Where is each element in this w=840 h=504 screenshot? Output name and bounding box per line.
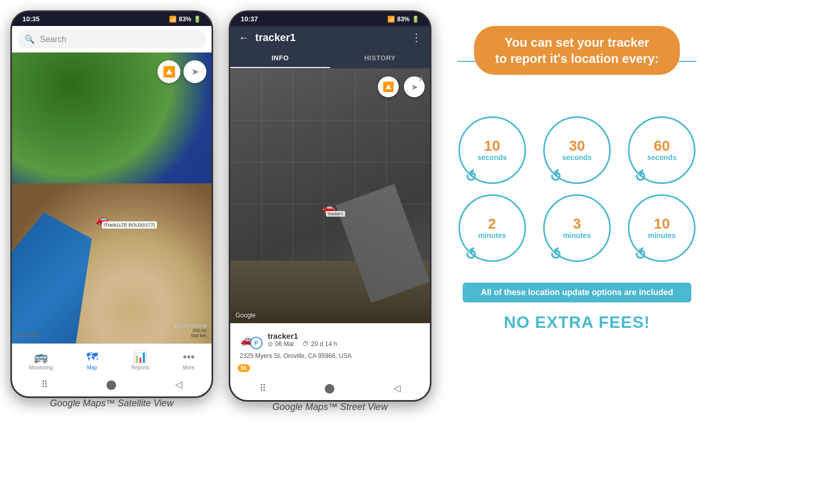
phone1-battery-icon: 🔋 <box>193 16 201 23</box>
nav-more[interactable]: ••• More <box>178 348 200 373</box>
gesture2-home[interactable]: ⬤ <box>324 382 335 394</box>
interval-3m-arrow: ↺ <box>546 244 566 265</box>
phone2-battery: 83% <box>397 16 410 23</box>
interval-circle-2m: 2 minutes ↺ <box>458 194 526 262</box>
nav-more-label: More <box>183 365 195 370</box>
interval-10m-unit: minutes <box>648 231 676 240</box>
phone2-tab-bar: INFO HISTORY <box>230 49 430 69</box>
gesture-home[interactable]: ⬤ <box>106 379 116 390</box>
tab-info[interactable]: INFO <box>230 49 330 68</box>
tracker-info-panel: 🚗 P tracker1 ⊙ 06 Mar ⏱ <box>230 323 430 378</box>
nav-map[interactable]: 🗺 Map <box>81 348 103 373</box>
interval-10m: 10 minutes ↺ <box>627 194 697 262</box>
interval-60s: 60 seconds ↺ <box>627 116 697 184</box>
phone1-mockup: 10:35 📶 83% 🔋 🔍 Search <box>10 10 213 398</box>
headline-text: You can set your trackerto report it's l… <box>495 35 659 65</box>
tracker-duration: 20 d 14 h <box>311 340 337 348</box>
phone2-battery-icon: 🔋 <box>412 16 419 23</box>
interval-10s: 10 seconds ↺ <box>457 116 527 184</box>
phone2-map[interactable]: 🚗 tracker1 🔼 ➤ Google ∧ <box>230 69 430 323</box>
nav-reports-label: Reports <box>131 365 149 370</box>
map-scale: 200 mi 500 km <box>175 325 206 338</box>
search-icon: 🔍 <box>24 34 35 44</box>
map-compass[interactable]: 🔼 <box>158 60 180 83</box>
gesture2-back[interactable]: ◁ <box>393 382 401 394</box>
tracker2-label: tracker1 <box>326 211 345 217</box>
interval-2m: 2 minutes ↺ <box>457 194 527 262</box>
interval-10s-number: 10 <box>484 139 500 153</box>
monitoring-icon: 🚌 <box>34 350 48 364</box>
interval-30s-number: 30 <box>569 139 585 153</box>
phone1-search-area: 🔍 Search <box>12 26 212 52</box>
phone2-top-bar: ← tracker1 ⋮ <box>230 26 430 49</box>
main-layout: 10:35 📶 83% 🔋 🔍 Search <box>10 10 707 413</box>
interval-circle-10s: 10 seconds ↺ <box>458 116 526 184</box>
tracker-title: tracker1 <box>255 32 405 44</box>
phone2-gesture-bar: ⠿ ⬤ ◁ <box>230 378 430 400</box>
page-container: 10:35 📶 83% 🔋 🔍 Search <box>10 10 707 413</box>
nav-monitoring-label: Monitoring <box>29 365 53 370</box>
phone1-status-bar: 10:35 📶 83% 🔋 <box>12 12 212 26</box>
clock-icon: ⊙ <box>268 340 273 348</box>
search-input[interactable]: Search <box>40 35 199 44</box>
map-direction[interactable]: ➤ <box>183 60 206 83</box>
tab-history[interactable]: HISTORY <box>330 49 430 68</box>
phone1-search-bar[interactable]: 🔍 Search <box>17 30 206 48</box>
phone1-status-right: 📶 83% 🔋 <box>169 16 201 23</box>
phone1-signal-icon: 📶 <box>169 16 177 23</box>
map-compass2[interactable]: 🔼 <box>378 76 399 97</box>
scroll-indicator[interactable]: ∧ <box>418 74 425 84</box>
interval-30s-arrow: ↺ <box>546 166 566 187</box>
more-button[interactable]: ⋮ <box>411 31 422 44</box>
tracker-info-text: tracker1 ⊙ 06 Mar ⏱ 20 d 14 h <box>268 331 337 348</box>
map-icon: 🗺 <box>86 350 98 364</box>
interval-headline: You can set your trackerto report it's l… <box>474 26 679 75</box>
phone2-wrapper: 10:37 📶 83% 🔋 ← tracker1 ⋮ INFO HI <box>229 10 431 413</box>
interval-circle-60s: 60 seconds ↺ <box>628 116 695 184</box>
tracker-time-badge: 5h <box>238 364 250 372</box>
tracker-date: 06 Mar <box>275 340 294 348</box>
tracker-info-header: 🚗 P tracker1 ⊙ 06 Mar ⏱ <box>238 329 423 349</box>
gesture-recent[interactable]: ⠿ <box>41 379 48 390</box>
headline-wrapper: You can set your trackerto report it's l… <box>457 26 697 96</box>
interval-2m-arrow: ↺ <box>462 244 481 265</box>
phone1-google-logo: Google <box>17 330 39 338</box>
interval-60s-unit: seconds <box>647 153 677 162</box>
interval-circle-3m: 3 minutes ↺ <box>543 194 611 262</box>
interval-3m-number: 3 <box>573 217 581 231</box>
no-fees-banner: All of these location update options are… <box>463 283 691 302</box>
timer-icon: ⏱ <box>303 340 309 348</box>
phone2-status-bar: 10:37 📶 83% 🔋 <box>230 12 430 26</box>
phone1-map[interactable]: 🔼 ➤ 🚗 iTrack1LTE BOLD(0177) Google 200 m… <box>12 52 212 343</box>
interval-3m: 3 minutes ↺ <box>542 194 611 262</box>
scale-500km: 500 km <box>191 333 206 338</box>
interval-30s: 30 seconds ↺ <box>542 116 611 184</box>
tracker-p-badge: P <box>250 337 262 349</box>
phone2-time: 10:37 <box>241 15 258 23</box>
nav-reports[interactable]: 📊 Reports <box>126 348 154 373</box>
interval-2m-number: 2 <box>488 217 496 231</box>
interval-60s-arrow: ↺ <box>631 166 650 187</box>
scale-200mi: 200 mi <box>192 328 206 333</box>
tracker-duration-item: ⏱ 20 d 14 h <box>303 340 337 348</box>
interval-circle-30s: 30 seconds ↺ <box>543 116 611 184</box>
phone2-mockup: 10:37 📶 83% 🔋 ← tracker1 ⋮ INFO HI <box>229 10 431 402</box>
right-panel: You can set your trackerto report it's l… <box>447 10 707 348</box>
tracker-meta: ⊙ 06 Mar ⏱ 20 d 14 h <box>268 340 337 348</box>
interval-60s-number: 60 <box>654 139 670 153</box>
back-button[interactable]: ← <box>239 32 249 44</box>
scale-bar <box>175 325 206 327</box>
phone1-wrapper: 10:35 📶 83% 🔋 🔍 Search <box>10 10 213 409</box>
no-fees-text: NO EXTRA FEES! <box>504 313 650 332</box>
nav-map-label: Map <box>87 365 97 370</box>
gesture2-recent[interactable]: ⠿ <box>259 382 266 394</box>
interval-circle-10m: 10 minutes ↺ <box>628 194 695 262</box>
nav-monitoring[interactable]: 🚌 Monitoring <box>23 348 58 373</box>
intervals-grid: 10 seconds ↺ 30 seconds ↺ 60 secon <box>457 116 697 262</box>
phone2-signal-icon: 📶 <box>387 16 395 23</box>
gesture-back[interactable]: ◁ <box>175 379 182 390</box>
phone1-caption: Google Maps™ Satellite View <box>10 398 213 409</box>
interval-10m-arrow: ↺ <box>631 244 650 265</box>
interval-10s-unit: seconds <box>477 153 507 162</box>
interval-10m-number: 10 <box>654 217 670 231</box>
